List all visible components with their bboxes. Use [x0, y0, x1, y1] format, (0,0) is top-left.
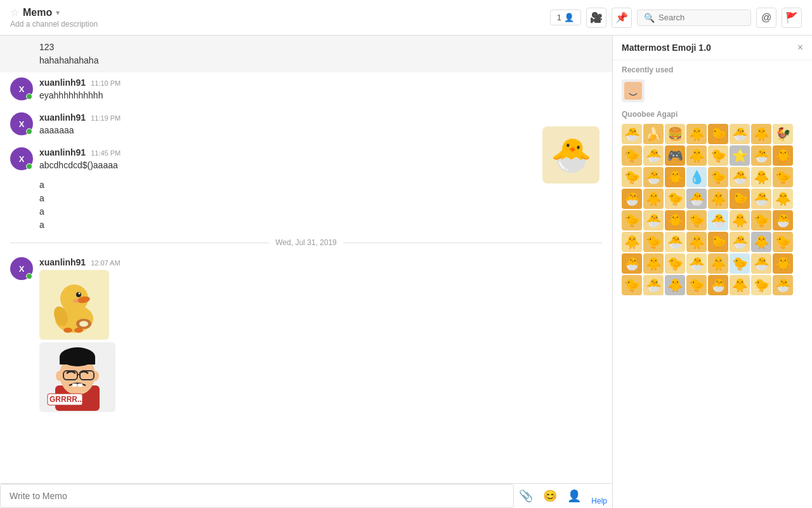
emoji-cell[interactable]: 🐣 [622, 124, 642, 144]
svg-point-5 [73, 299, 79, 303]
emoji-cell[interactable]: 🐣 [622, 253, 642, 274]
emoji-cell[interactable]: 🍌 [643, 124, 664, 144]
emoji-cell[interactable]: 🐥 [730, 275, 750, 295]
emoji-cell[interactable]: 🐥 [708, 253, 728, 274]
emoji-cell[interactable]: 🐤 [665, 189, 685, 209]
message-group: X xuanlinh91 11:45 PM abcdhcdcd$()aaaaa [0, 142, 612, 177]
pin-icon-button[interactable]: 📌 [612, 8, 632, 28]
emoji-cell[interactable]: 🐣 [643, 275, 664, 295]
emoji-cell[interactable]: ⭐ [730, 145, 750, 166]
emoji-cell[interactable]: 🐤 [665, 253, 685, 274]
msg-username: xuanlinh91 [39, 112, 86, 123]
emoji-cell[interactable]: 🐣 [730, 232, 750, 252]
emoji-cell[interactable]: 🐣 [665, 232, 685, 252]
emoji-cell[interactable]: 🐥 [773, 145, 793, 166]
emoji-cell[interactable]: 🐤 [751, 275, 771, 295]
msg-time: 11:45 PM [91, 149, 121, 157]
msg-username: xuanlinh91 [39, 257, 86, 267]
emoji-cell[interactable]: 🐤 [730, 189, 750, 209]
msg-text: a [39, 218, 602, 232]
emoji-cell[interactable]: 🐤 [773, 167, 793, 187]
emoji-cell[interactable]: 🐓 [773, 124, 793, 144]
avatar: X [10, 147, 33, 170]
emoji-cell[interactable]: 🐤 [708, 145, 728, 166]
emoji-cell[interactable]: 🐣 [708, 275, 728, 295]
sticker-grr: GRRRR... [39, 342, 115, 412]
at-icon: @ [761, 12, 771, 23]
search-icon: 🔍 [644, 13, 655, 23]
search-input[interactable] [658, 13, 741, 22]
emoji-cell[interactable]: 🐣 [686, 189, 707, 209]
emoji-cell[interactable]: 🐥 [686, 232, 707, 252]
members-button[interactable]: 1 👤 [550, 10, 581, 25]
avatar: X [10, 257, 33, 280]
emoji-cell[interactable]: 🐣 [643, 145, 664, 166]
emoji-cell[interactable]: 🐤 [708, 167, 728, 187]
emoji-cell[interactable]: 🐣 [643, 167, 664, 187]
emoji-cell[interactable]: 🐤 [686, 210, 707, 231]
flag-icon-button[interactable]: 🚩 [782, 8, 802, 28]
emoji-cell[interactable]: 🐥 [773, 189, 793, 209]
emoji-cell[interactable]: 🐤 [751, 210, 771, 231]
emoji-close-button[interactable]: × [797, 42, 803, 53]
emoji-cell[interactable]: 🐥 [773, 253, 793, 274]
mention-icon-button[interactable]: @ [756, 8, 776, 28]
emoji-cell[interactable]: 🐥 [686, 145, 707, 166]
emoji-cell[interactable]: 🐥 [751, 124, 771, 144]
emoji-cell[interactable]: 🐣 [686, 253, 707, 274]
emoji-cell[interactable]: 🐤 [643, 232, 664, 252]
emoji-cell[interactable]: 🐣 [730, 167, 750, 187]
msg-header: xuanlinh91 11:45 PM [39, 147, 602, 157]
emoji-cell[interactable]: 💧 [686, 167, 707, 187]
channel-description[interactable]: Add a channel description [10, 20, 550, 29]
emoji-cell[interactable]: 🐣 [643, 210, 664, 231]
emoji-button[interactable]: 😊 [538, 484, 562, 508]
emoji-cell[interactable]: 🐣 [773, 275, 793, 295]
emoji-cell[interactable]: 🍔 [665, 124, 685, 144]
emoji-cell[interactable]: 🐤 [773, 232, 793, 252]
emoji-cell[interactable]: 🐣 [730, 124, 750, 144]
help-link[interactable]: Help [586, 494, 612, 508]
chevron-down-icon[interactable]: ▾ [56, 8, 60, 17]
emoji-cell[interactable]: 🎮 [665, 145, 685, 166]
star-icon[interactable]: ☆ [10, 6, 19, 18]
emoji-cell[interactable]: 🐥 [751, 232, 771, 252]
emoji-cell[interactable]: 🐤 [622, 275, 642, 295]
emoji-cell[interactable]: 🐣 [751, 189, 771, 209]
recent-emoji-1[interactable] [622, 79, 645, 102]
emoji-cell[interactable]: 🐣 [751, 253, 771, 274]
attachment-button[interactable]: 📎 [514, 484, 538, 508]
emoji-cell[interactable]: 🐥 [622, 232, 642, 252]
emoji-cell[interactable]: 🐥 [665, 210, 685, 231]
emoji-cell[interactable]: 🐤 [708, 232, 728, 252]
emoji-cell[interactable]: 🐥 [643, 189, 664, 209]
search-box[interactable]: 🔍 [637, 10, 751, 26]
emoji-cell[interactable]: 🐣 [751, 145, 771, 166]
emoji-cell[interactable]: 🐤 [622, 145, 642, 166]
emoji-cell[interactable]: 🐤 [622, 210, 642, 231]
emoji-cell[interactable]: 🐥 [730, 210, 750, 231]
emoji-cell[interactable]: 🐥 [643, 253, 664, 274]
emoji-cell[interactable]: 🐤 [708, 124, 728, 144]
messages-list: 123 hahahahahaha X xuanlinh91 11:10 PM e… [0, 36, 612, 483]
message-input[interactable] [0, 484, 514, 508]
input-bar: 📎 😊 👤 Help [0, 483, 612, 508]
emoji-cell[interactable]: 🐥 [686, 124, 707, 144]
date-line-left [10, 243, 269, 243]
video-icon-button[interactable]: 🎥 [586, 8, 606, 28]
svg-point-10 [79, 321, 88, 327]
emoji-cell[interactable]: 🐥 [665, 167, 685, 187]
emoji-cell[interactable]: 🐤 [730, 253, 750, 274]
emoji-cell[interactable]: 🐥 [665, 275, 685, 295]
emoji-cell[interactable]: 🐥 [708, 189, 728, 209]
emoji-cell[interactable]: 🐤 [686, 275, 707, 295]
member-mention-button[interactable]: 👤 [562, 484, 586, 508]
emoji-cell[interactable]: 🐥 [751, 167, 771, 187]
emoji-cell[interactable]: 🐤 [622, 167, 642, 187]
message-group: 123 hahahahahaha [0, 36, 612, 72]
emoji-cell[interactable]: 🐣 [773, 210, 793, 231]
emoji-cell[interactable]: 🐣 [622, 189, 642, 209]
emoji-panel-header: Mattermost Emoji 1.0 × [613, 36, 812, 60]
online-status-dot [26, 163, 32, 170]
emoji-cell[interactable]: 🐣 [708, 210, 728, 231]
